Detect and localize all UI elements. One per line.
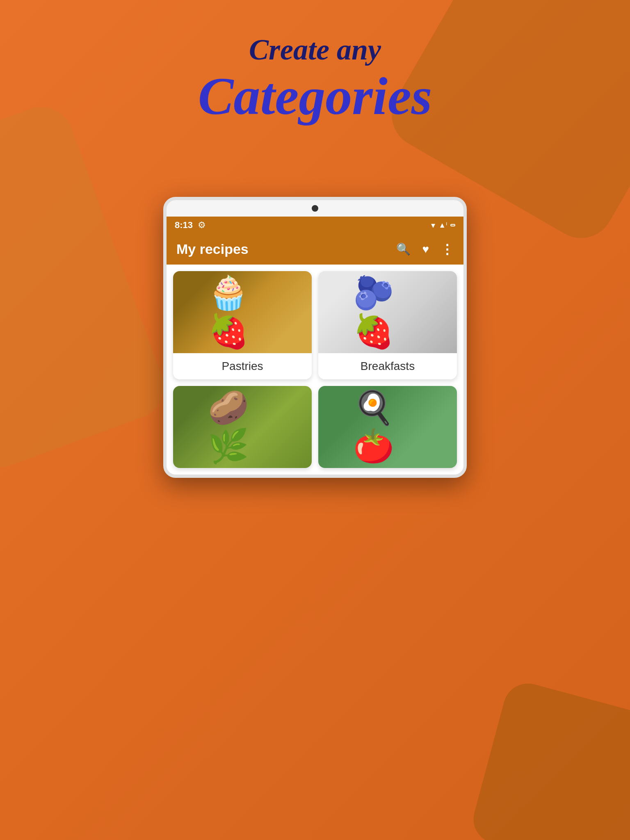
header-area: Create any Categories xyxy=(0,33,630,126)
favorites-icon[interactable] xyxy=(422,243,429,256)
eggs-image xyxy=(318,386,457,468)
header-subtitle: Create any xyxy=(0,33,630,67)
recipe-grid: Pastries Breakfasts xyxy=(173,271,457,468)
recipe-card-pastries[interactable]: Pastries xyxy=(173,271,312,379)
bg-shape-2 xyxy=(468,678,630,840)
app-title: My recipes xyxy=(176,241,249,257)
pastries-label: Pastries xyxy=(173,353,312,379)
status-time: 8:13 xyxy=(175,220,193,231)
more-options-icon[interactable] xyxy=(441,242,454,257)
recipe-card-eggs[interactable] xyxy=(318,386,457,468)
battery-icon xyxy=(450,224,455,226)
search-icon[interactable] xyxy=(396,242,411,256)
recipe-card-potatoes[interactable] xyxy=(173,386,312,468)
status-bar: 8:13 ▾ ▲ᴵ xyxy=(167,217,463,234)
status-bar-right: ▾ ▲ᴵ xyxy=(431,220,455,230)
status-bar-left: 8:13 xyxy=(175,220,206,231)
bg-shape-3 xyxy=(0,98,173,477)
recipe-card-breakfasts[interactable]: Breakfasts xyxy=(318,271,457,379)
pastries-image xyxy=(173,271,312,353)
tablet-camera xyxy=(312,205,318,212)
app-bar: My recipes xyxy=(167,234,463,265)
potatoes-image xyxy=(173,386,312,468)
breakfasts-image xyxy=(318,271,457,353)
gear-icon xyxy=(198,220,206,231)
app-bar-actions xyxy=(396,242,454,257)
tablet-device: 8:13 ▾ ▲ᴵ My recipes Pastries xyxy=(163,197,467,478)
breakfasts-label: Breakfasts xyxy=(318,353,457,379)
header-title: Categories xyxy=(0,67,630,126)
wifi-icon: ▾ xyxy=(431,220,435,230)
signal-icon: ▲ᴵ xyxy=(438,221,447,230)
content-area: Pastries Breakfasts xyxy=(167,265,463,475)
